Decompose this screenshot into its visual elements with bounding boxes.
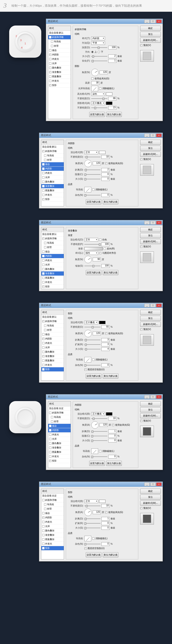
minimize-icon[interactable]: _ (144, 20, 150, 23)
soften-slider[interactable] (91, 60, 107, 62)
size-slider[interactable] (91, 55, 107, 58)
blend-mode-dropdown[interactable]: 正常 (85, 150, 98, 154)
dir-up-radio[interactable] (91, 51, 93, 53)
shadow-mode-dropdown[interactable]: 正片叠底 (91, 101, 105, 105)
style-list[interactable]: 样式 混合选项:默认 斜面和浮雕 等高线 纹理 描边 内阴影 内发光 光泽 颜色… (48, 26, 71, 119)
antialias-checkbox[interactable] (99, 87, 101, 90)
style-list[interactable]: 样式 混合选项:默认 斜面和浮雕 等高线 纹理 描边 内阴影 内发光 光泽 颜色… (41, 140, 64, 206)
titlebar[interactable]: 图层样式_□× (46, 19, 163, 24)
icon-preview-1: 2314 (9, 26, 41, 58)
style-drop-shadow[interactable]: 投影 (48, 83, 71, 88)
style-stroke[interactable]: 描边 (41, 162, 64, 167)
shadow-color[interactable] (99, 151, 105, 154)
style-satin[interactable]: 光泽 (48, 61, 71, 66)
style-gradient-overlay[interactable]: 渐变叠加 (48, 70, 71, 74)
gradient-picker[interactable] (85, 247, 103, 250)
style-outer-glow[interactable]: 外发光 (48, 79, 71, 83)
depth-input[interactable]: 100 (108, 46, 116, 50)
layer-style-dialog-3: 图层样式_□× 样式 混合选项:默认 斜面和浮雕 等高线 纹理 描边 内阴影 内… (39, 220, 163, 291)
close-icon[interactable]: × (156, 20, 162, 23)
layer-style-dialog-6: 图层样式_□× 样式 混合选项:自定 斜面和浮雕 等高线 纹理 描边 内阴影 内… (39, 482, 163, 562)
layer-style-dialog-5: 图层样式_□× 样式 混合选项:自定 斜面和浮雕 等高线 纹理 描边 内阴影 内… (46, 394, 163, 470)
set-default-button[interactable]: 设置为默认值 (89, 112, 105, 117)
style-color-overlay[interactable]: 颜色叠加 (48, 66, 71, 70)
angle-dial[interactable] (91, 69, 99, 76)
gloss-contour[interactable] (91, 86, 98, 91)
soften-input[interactable]: 1 (108, 59, 116, 63)
bevel-method-dropdown[interactable]: 平滑 (91, 41, 105, 45)
titlebar[interactable]: 图层样式_□× (39, 133, 163, 138)
layer-style-dialog-4: 图层样式_□× 样式 混合选项:默认 斜面和浮雕 等高线 纹理 描边 内阴影 内… (39, 303, 163, 383)
step-description: 绘制一个圆，大小90px，添加效果，作为镜头圆框，接着绘制一个70*70的圆，做… (11, 4, 165, 8)
style-inner-glow[interactable]: 内发光 (48, 57, 71, 61)
layer-style-dialog-2: 图层样式_□× 样式 混合选项:默认 斜面和浮雕 等高线 纹理 描边 内阴影 内… (39, 132, 163, 208)
hl-opacity-input[interactable]: 86 (108, 97, 116, 100)
settings-panel: 斜面和浮雕 结构 样式(T):内斜面 方法(Q):平滑 深度(D):100% 方… (73, 26, 138, 119)
shadow-color[interactable] (106, 102, 112, 105)
layer-style-dialog-1: 图层样式_□× 样式 混合选项:默认 斜面和浮雕 等高线 纹理 描边 内阴影 内… (46, 18, 163, 121)
style-texture[interactable]: 纹理 (48, 44, 71, 48)
minimize-icon[interactable]: _ (144, 134, 150, 137)
preview-thumbnail (140, 50, 154, 62)
maximize-icon[interactable]: □ (150, 20, 156, 23)
step-header: 3 绘制一个圆，大小90px，添加效果，作为镜头圆框，接着绘制一个70*70的圆… (0, 0, 172, 12)
style-contour[interactable]: 等高线 (48, 40, 71, 44)
style-stroke[interactable]: 描边 (48, 48, 71, 53)
bevel-style-dropdown[interactable]: 内斜面 (91, 36, 105, 40)
icon-preview-2 (9, 401, 41, 433)
close-icon[interactable]: × (156, 134, 162, 137)
hl-opacity-slider[interactable] (91, 97, 107, 100)
highlight-mode-dropdown[interactable]: 滤色 (91, 92, 105, 96)
altitude-input[interactable]: 30 (91, 81, 99, 85)
global-light-checkbox[interactable] (91, 78, 93, 80)
maximize-icon[interactable]: □ (150, 134, 156, 137)
preview-checkbox[interactable] (140, 44, 142, 46)
style-inner-shadow[interactable]: 内阴影 (41, 167, 64, 171)
new-style-button[interactable]: 新建样式(W)... (140, 38, 161, 43)
ok-button[interactable]: 确定 (140, 26, 161, 31)
size-input[interactable]: 2 (108, 54, 116, 58)
dir-down-radio[interactable] (98, 51, 100, 53)
sh-opacity-input[interactable]: 23 (108, 106, 116, 110)
depth-slider[interactable] (91, 46, 107, 49)
cancel-button[interactable]: 复位 (140, 32, 161, 37)
step-number: 3 (3, 2, 7, 9)
style-inner-shadow[interactable]: 内阴影 (48, 53, 71, 57)
reset-default-button[interactable]: 复位为默认值 (106, 112, 122, 117)
angle-input[interactable]: 120 (99, 70, 108, 74)
sh-opacity-slider[interactable] (91, 106, 107, 109)
blend-options[interactable]: 混合选项:默认 (48, 31, 71, 35)
style-bevel[interactable]: 斜面和浮雕 (48, 35, 71, 40)
highlight-color[interactable] (106, 92, 112, 96)
style-pattern-overlay[interactable]: 图案叠加 (48, 74, 71, 79)
